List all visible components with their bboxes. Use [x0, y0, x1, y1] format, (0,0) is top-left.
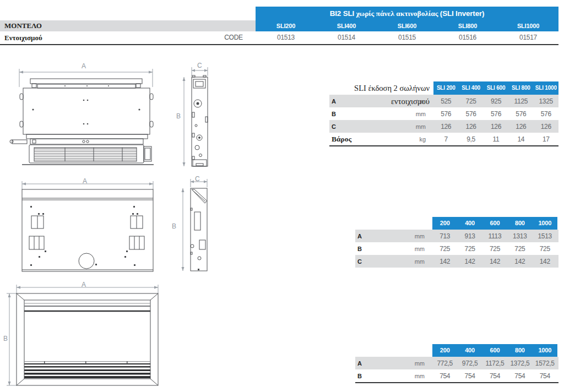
code-value: 01514	[316, 31, 377, 44]
value-cell: 1572,5	[533, 360, 557, 367]
value-cell: 126	[508, 123, 533, 130]
value-cell: 7	[433, 135, 458, 143]
col-header: SLI 600	[484, 81, 508, 95]
row-unit: mm	[397, 233, 432, 239]
series-title-greek: χωρίς πάνελ ακτινοβολίας	[354, 9, 440, 18]
value-cell: 1113	[482, 232, 507, 240]
table-row: A mm 713 913 1113 1313 1513	[355, 230, 558, 242]
value-cell: 142	[482, 258, 507, 265]
col-header: 200	[432, 217, 457, 230]
row-label: A	[355, 233, 397, 239]
value-cell: 11	[484, 135, 508, 143]
col-header: SLI 200	[433, 81, 458, 95]
value-cell: 1313	[507, 232, 532, 240]
model-column: SLI200	[256, 20, 316, 31]
row-label: Βάρος	[329, 135, 390, 144]
table-row: B mm 576 576 576 576 576	[329, 107, 558, 120]
dim-label-a: A	[82, 62, 86, 70]
row-unit: mm	[397, 246, 432, 252]
col-header: 1000	[533, 344, 557, 357]
value-cell: 713	[432, 232, 457, 240]
row-unit: mm	[390, 123, 433, 130]
value-cell: 725	[457, 245, 482, 253]
model-column: SLI1000	[498, 20, 558, 31]
model-row-label: ΜΟΝΤΕΛΟ	[0, 20, 256, 31]
value-cell: 576	[484, 110, 508, 118]
value-cell: 126	[484, 123, 508, 130]
dim-label-c: C	[197, 62, 202, 69]
table-row: C mm 142 142 142 142 142	[355, 255, 558, 268]
value-cell: 925	[484, 97, 508, 105]
col-header: 800	[507, 344, 532, 357]
value-cell: 725	[482, 245, 507, 253]
value-cell: 725	[432, 245, 457, 253]
col-header: SLI 400	[458, 81, 483, 95]
col-header: 600	[482, 344, 507, 357]
col-header: 1000	[533, 217, 557, 230]
dimension-table-sli: SLI έκδοση 2 σωλήνων εντοιχισμού SLI 200…	[317, 81, 558, 146]
value-cell: 725	[507, 245, 532, 253]
code-value: 01517	[498, 31, 558, 44]
drawing-unit-front-view	[8, 62, 173, 169]
value-cell: 576	[458, 110, 483, 118]
value-cell: 576	[534, 110, 558, 118]
series-title-bar: BI2 SLI χωρίς πάνελ ακτινοβολίας (SLI In…	[256, 7, 558, 20]
value-cell: 1125	[508, 97, 533, 105]
value-cell: 142	[533, 258, 557, 265]
value-cell: 754	[482, 372, 507, 380]
value-cell: 126	[458, 123, 483, 130]
dim-label-b: B	[3, 335, 8, 342]
model-column: SLI800	[437, 20, 498, 31]
col-header: SLI 800	[508, 81, 533, 95]
row-unit: mm	[397, 360, 432, 367]
code-value: 01516	[437, 31, 498, 44]
code-value: 01513	[256, 31, 316, 44]
dim-label-a: A	[82, 281, 86, 288]
value-cell: 913	[457, 232, 482, 240]
value-cell: 576	[508, 110, 533, 118]
row-label: B	[355, 246, 397, 252]
value-cell: 754	[507, 372, 532, 380]
datasheet-page: BI2 SLI χωρίς πάνελ ακτινοβολίας (SLI In…	[0, 0, 564, 392]
col-header: 400	[457, 217, 482, 230]
row-label: B	[329, 111, 390, 117]
dim-label-c: C	[195, 175, 200, 183]
code-value: 01515	[377, 31, 437, 44]
table-row: C mm 126 126 126 126 126	[329, 120, 558, 133]
value-cell: 17	[534, 135, 558, 143]
table-row: A mm 525 725 925 1125 1325	[329, 95, 558, 107]
value-cell: 1372,5	[507, 360, 532, 367]
code-values: 01513 01514 01515 01516 01517	[256, 31, 558, 44]
row-unit: mm	[390, 98, 433, 105]
col-header: 200	[432, 344, 457, 357]
value-cell: 14	[508, 135, 533, 143]
value-cell: 1513	[533, 232, 557, 240]
row-unit: mm	[397, 258, 432, 265]
value-cell: 1325	[534, 97, 558, 105]
row-label: B	[355, 373, 397, 379]
value-cell: 1172,5	[482, 360, 507, 367]
dimension-table-3: 200 400 600 800 1000 A mm 772,5 972,5 11…	[355, 344, 558, 383]
model-columns: SLI200 SLI400 SLI600 SLI800 SLI1000	[256, 20, 558, 31]
model-column: SLI400	[316, 20, 377, 31]
drawing-back-panel-view	[6, 175, 226, 274]
dim-label-b: B	[176, 112, 181, 120]
row-label: C	[355, 258, 397, 265]
value-cell: 142	[507, 258, 532, 265]
dimension-table-title: SLI έκδοση 2 σωλήνων εντοιχισμού	[317, 81, 433, 95]
value-cell: 576	[433, 110, 458, 118]
value-cell: 9,5	[458, 135, 483, 143]
value-cell: 126	[534, 123, 558, 130]
col-header: 800	[507, 217, 532, 230]
col-header: 400	[457, 344, 482, 357]
value-cell: 725	[533, 245, 557, 253]
dimension-table-2: 200 400 600 800 1000 A mm 713 913 1113 1…	[355, 217, 558, 268]
value-cell: 772,5	[432, 360, 457, 367]
code-row: Εντοιχισμού CODE 01513 01514 01515 01516…	[0, 31, 558, 45]
row-label: C	[329, 123, 390, 130]
row-label: A	[329, 98, 390, 105]
row-unit: kg	[390, 136, 433, 143]
model-column: SLI600	[377, 20, 437, 31]
value-cell: 972,5	[457, 360, 482, 367]
series-title-prefix: BI2 SLI	[330, 9, 354, 18]
